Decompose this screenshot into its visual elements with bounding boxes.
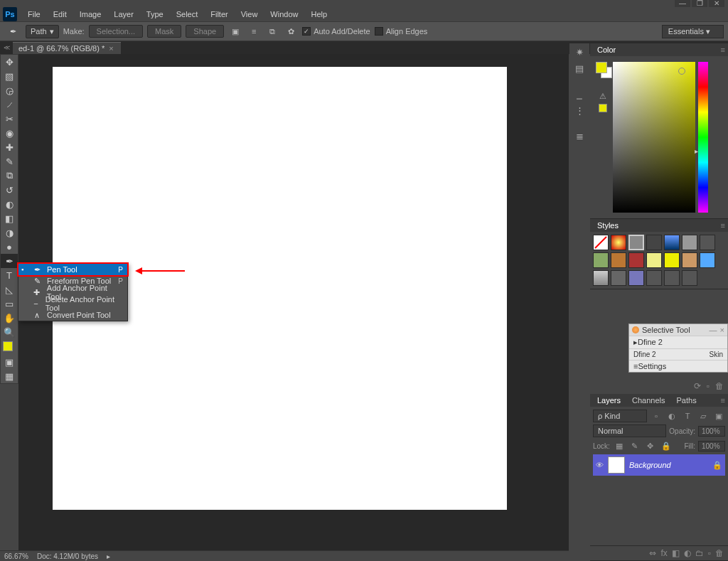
style-swatch[interactable] xyxy=(682,270,697,286)
flyout-delete-anchor[interactable]: − Delete Anchor Point Tool xyxy=(18,298,127,309)
group-icon[interactable]: 🗀 xyxy=(695,548,704,558)
style-swatch[interactable] xyxy=(593,235,609,250)
gradient-tool-icon[interactable]: ◧ xyxy=(1,211,18,225)
filter-adjust-icon[interactable]: ◐ xyxy=(665,410,678,422)
character-panel-icon[interactable]: ⎯ xyxy=(571,86,588,102)
selective-sub[interactable]: Dfine 2 xyxy=(638,338,663,347)
selective-col1[interactable]: Dfine 2 xyxy=(633,351,710,358)
eyedropper-tool-icon[interactable]: ◉ xyxy=(1,126,18,140)
style-swatch[interactable] xyxy=(628,252,644,268)
lock-transparent-icon[interactable]: ▦ xyxy=(613,439,626,452)
lock-all-icon[interactable]: 🔒 xyxy=(660,439,673,452)
menu-window[interactable]: Window xyxy=(264,8,304,21)
menu-filter[interactable]: Filter xyxy=(204,8,234,21)
opacity-field[interactable]: 100% xyxy=(698,426,725,437)
close-icon[interactable]: × xyxy=(109,44,113,53)
paragraph-panel-icon[interactable]: ⋮ xyxy=(571,102,588,118)
style-swatch[interactable] xyxy=(628,270,644,286)
layer-row-background[interactable]: 👁 Background 🔒 xyxy=(593,454,725,476)
history-brush-tool-icon[interactable]: ↺ xyxy=(1,183,18,197)
menu-help[interactable]: Help xyxy=(304,8,333,21)
pen-tool-icon[interactable]: ✒ xyxy=(1,254,18,268)
delete-layer-icon[interactable]: 🗑 xyxy=(715,548,724,558)
style-swatch[interactable] xyxy=(646,252,662,268)
workspace-selector[interactable]: Essentials ▾ xyxy=(662,25,724,38)
hand-tool-icon[interactable]: ✋ xyxy=(1,311,18,325)
style-swatch[interactable] xyxy=(593,252,609,268)
selective-min-icon[interactable]: — xyxy=(710,326,717,334)
move-tool-icon[interactable]: ✥ xyxy=(1,55,18,69)
window-close[interactable]: ✕ xyxy=(709,0,724,7)
layer-name[interactable]: Background xyxy=(629,461,671,469)
new-icon[interactable]: ▫ xyxy=(707,381,710,391)
make-mask-button[interactable]: Mask xyxy=(147,25,181,38)
history-panel-icon[interactable]: ✷ xyxy=(571,44,588,60)
path-op-icon[interactable]: ▣ xyxy=(228,24,242,38)
quick-mask-icon[interactable]: ▣ xyxy=(1,355,18,369)
filter-shape-icon[interactable]: ▱ xyxy=(697,410,710,422)
style-swatch[interactable] xyxy=(700,252,715,268)
new-layer-icon[interactable]: ▫ xyxy=(708,548,711,558)
dodge-tool-icon[interactable]: ● xyxy=(1,240,18,254)
channels-tab[interactable]: Channels xyxy=(629,395,668,406)
path-arrange-icon[interactable]: ⧉ xyxy=(265,24,279,38)
adjustment-icon[interactable]: ◐ xyxy=(684,548,691,558)
gamut-warning-icon[interactable]: ⚠ xyxy=(599,92,606,101)
actions-panel-icon[interactable]: ▤ xyxy=(571,60,588,76)
panel-menu-icon[interactable]: ≡ xyxy=(721,221,728,230)
layers-tab[interactable]: Layers xyxy=(594,395,623,406)
style-swatch[interactable] xyxy=(646,270,662,286)
fx-icon[interactable]: fx xyxy=(660,548,667,558)
style-swatch[interactable] xyxy=(646,235,662,250)
brush-tool-icon[interactable]: ✎ xyxy=(1,154,18,169)
window-maximize[interactable]: ❐ xyxy=(692,0,707,7)
crop-tool-icon[interactable]: ✂ xyxy=(1,112,18,126)
document-tab[interactable]: ed-1 @ 66.7% (RGB/8) * × xyxy=(13,42,121,54)
style-swatch[interactable] xyxy=(700,235,715,250)
panel-menu-icon[interactable]: ≡ xyxy=(721,46,728,54)
doc-size[interactable]: Doc: 4.12M/0 bytes xyxy=(37,552,98,560)
trash-icon[interactable]: 🗑 xyxy=(715,381,724,391)
link-icon[interactable]: ⇔ xyxy=(649,548,656,558)
color-field[interactable] xyxy=(613,62,695,213)
clone-tool-icon[interactable]: ⧉ xyxy=(1,169,18,183)
align-edges-checkbox[interactable]: Align Edges xyxy=(375,27,428,36)
zoom-level[interactable]: 66.67% xyxy=(4,552,28,560)
styles-tab[interactable]: Styles xyxy=(594,220,621,231)
shape-tool-icon[interactable]: ▭ xyxy=(1,296,18,311)
lock-paint-icon[interactable]: ✎ xyxy=(628,439,641,452)
menu-select[interactable]: Select xyxy=(170,8,205,21)
selective-settings[interactable]: Settings xyxy=(638,362,666,370)
style-swatch[interactable] xyxy=(682,235,697,250)
flyout-pen-tool[interactable]: ▪ ✒ Pen Tool P xyxy=(18,264,127,275)
style-swatch[interactable] xyxy=(682,252,697,268)
pen-mode-select[interactable]: Path▾ xyxy=(26,25,59,38)
info-panel-icon[interactable]: ≣ xyxy=(571,128,588,144)
style-swatch[interactable] xyxy=(628,235,644,250)
blend-mode-select[interactable]: Normal xyxy=(593,424,666,437)
screen-mode-icon[interactable]: ▦ xyxy=(1,369,18,383)
style-swatch[interactable] xyxy=(611,270,626,286)
mask-icon[interactable]: ◧ xyxy=(672,548,680,558)
refresh-icon[interactable]: ⟳ xyxy=(694,381,701,391)
menu-layer[interactable]: Layer xyxy=(107,8,140,21)
window-minimize[interactable]: — xyxy=(675,0,690,7)
paths-tab[interactable]: Paths xyxy=(674,395,700,406)
selective-col2[interactable]: Skin xyxy=(710,351,723,358)
status-arrow-icon[interactable]: ▸ xyxy=(107,552,110,560)
path-select-tool-icon[interactable]: ◺ xyxy=(1,282,18,296)
style-swatch[interactable] xyxy=(664,235,680,250)
tab-scroll-icon[interactable]: ≪ xyxy=(0,41,13,54)
menu-file[interactable]: File xyxy=(21,8,47,21)
quick-select-tool-icon[interactable]: ⟋ xyxy=(1,97,18,112)
lasso-tool-icon[interactable]: ◶ xyxy=(1,83,18,97)
menu-edit[interactable]: Edit xyxy=(47,8,73,21)
healing-tool-icon[interactable]: ✚ xyxy=(1,140,18,154)
style-swatch[interactable] xyxy=(593,270,609,286)
make-selection-button[interactable]: Selection... xyxy=(89,25,143,38)
menu-image[interactable]: Image xyxy=(73,8,108,21)
type-tool-icon[interactable]: T xyxy=(1,268,18,282)
marquee-tool-icon[interactable]: ▧ xyxy=(1,69,18,83)
selective-close-icon[interactable]: × xyxy=(720,326,724,334)
fill-field[interactable]: 100% xyxy=(698,441,725,452)
